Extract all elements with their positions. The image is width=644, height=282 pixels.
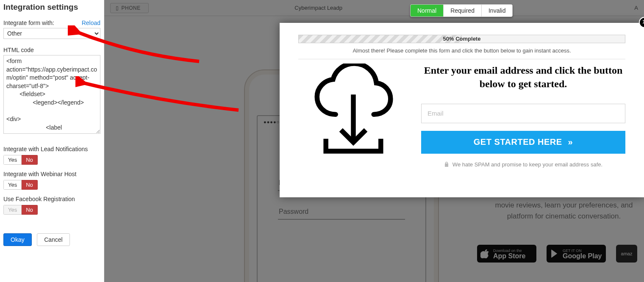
popup-headline: Enter your email address and click the b… xyxy=(421,64,625,91)
toolbar-right-text: A xyxy=(634,5,638,11)
facebook-reg-no[interactable]: No xyxy=(22,205,38,215)
close-icon: ✕ xyxy=(642,18,644,25)
lead-notifications-label: Integrate with Lead Notifications xyxy=(3,146,100,152)
reload-link[interactable]: Reload xyxy=(82,19,100,26)
facebook-reg-yes: Yes xyxy=(3,205,22,215)
store-badges-row: Download on theApp Store GET IT ONGoogle… xyxy=(477,245,637,263)
page-title-text: Cyberimpact Leadp xyxy=(294,5,342,11)
lead-notifications-yes[interactable]: Yes xyxy=(3,155,22,165)
form-state-tabs: Normal Required Invalid xyxy=(410,4,513,17)
phone-icon: ▯ xyxy=(116,5,119,11)
amazon-text: amaz xyxy=(621,251,633,256)
lock-icon xyxy=(444,161,449,167)
progress-bar: 50% Complete xyxy=(298,35,625,43)
webinar-host-label: Integrate with Webinar Host xyxy=(3,171,100,177)
lead-notifications-no[interactable]: No xyxy=(22,155,38,165)
viewport-phone-chip[interactable]: ▯ PHONE xyxy=(110,3,149,13)
builder-toolbar: ▯ PHONE Cyberimpact Leadp A xyxy=(104,0,644,16)
lead-notifications-toggle: Yes No xyxy=(3,155,38,165)
integrate-with-select[interactable]: Other xyxy=(3,28,100,39)
google-play-badge[interactable]: GET IT ONGoogle Play xyxy=(547,245,606,263)
popup-email-input[interactable] xyxy=(421,104,625,123)
demo-password-input[interactable] xyxy=(278,205,405,220)
app-store-badge[interactable]: Download on theApp Store xyxy=(477,245,536,263)
okay-button[interactable]: Okay xyxy=(3,233,32,246)
viewport-phone-label: PHONE xyxy=(122,5,141,11)
integrate-with-label: Integrate form with: xyxy=(3,19,54,26)
status-signal-icon: ●●●●○ xyxy=(264,119,280,124)
facebook-reg-toggle: Yes No xyxy=(3,205,38,215)
cloud-download-icon xyxy=(305,64,402,161)
state-tab-normal[interactable]: Normal xyxy=(411,5,443,17)
popup-cta-label: GET STARTED HERE xyxy=(474,137,562,147)
play-icon xyxy=(550,249,559,258)
facebook-reg-label: Use Facebook Registration xyxy=(3,196,100,202)
panel-title: Integration settings xyxy=(3,3,100,12)
html-code-label: HTML code xyxy=(3,47,100,53)
webinar-host-yes[interactable]: Yes xyxy=(3,180,22,190)
progress-label: 50% Complete xyxy=(299,36,625,42)
amazon-badge[interactable]: amaz xyxy=(616,245,637,263)
optin-popup: ✕ 50% Complete Almost there! Please comp… xyxy=(280,23,644,197)
html-code-textarea[interactable]: <form action="https://app.cyberimpact.co… xyxy=(3,55,100,134)
spam-disclaimer: We hate SPAM and promise to keep your em… xyxy=(421,161,625,168)
marketing-copy: movie reviews, learn your preferences, a… xyxy=(473,200,644,221)
apple-icon xyxy=(480,249,490,258)
chevron-right-icon: » xyxy=(568,137,573,147)
webinar-host-no[interactable]: No xyxy=(22,180,38,190)
popup-divider xyxy=(298,59,625,59)
state-tab-required[interactable]: Required xyxy=(443,5,481,17)
integration-settings-panel: Integration settings Integrate form with… xyxy=(0,0,104,282)
state-tab-invalid[interactable]: Invalid xyxy=(481,5,512,17)
webinar-host-toggle: Yes No xyxy=(3,180,38,190)
popup-cta-button[interactable]: GET STARTED HERE » xyxy=(421,131,625,154)
cancel-button[interactable]: Cancel xyxy=(37,233,70,246)
popup-subtext: Almost there! Please complete this form … xyxy=(298,47,625,54)
